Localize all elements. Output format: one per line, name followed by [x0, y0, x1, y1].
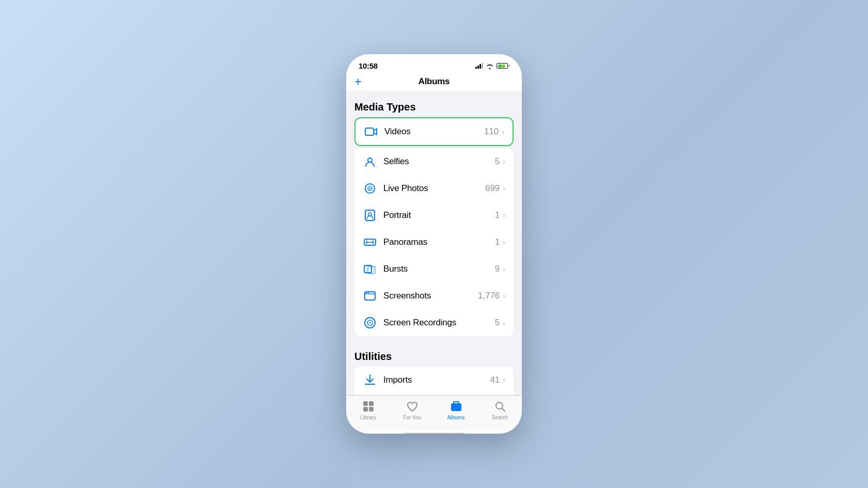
screenshots-chevron: › — [503, 292, 505, 300]
svg-rect-23 — [369, 407, 374, 412]
tab-for-you[interactable]: For You — [390, 400, 434, 420]
battery-icon: ⚡ — [497, 63, 509, 69]
for-you-tab-icon — [406, 400, 419, 413]
portrait-count: 1 — [495, 210, 500, 221]
albums-tab-label: Albums — [447, 415, 464, 420]
bursts-label: Bursts — [383, 264, 495, 274]
videos-label: Videos — [384, 127, 484, 137]
list-item-imports[interactable]: Imports 41 › — [354, 367, 514, 393]
live-photos-count: 699 — [485, 183, 500, 194]
screenshots-label: Screenshots — [383, 291, 478, 301]
svg-point-12 — [366, 292, 367, 293]
status-icons: ⚡ — [475, 63, 509, 69]
videos-icon — [364, 124, 378, 139]
list-item-portrait[interactable]: Portrait 1 › — [354, 202, 514, 229]
svg-rect-21 — [369, 401, 374, 406]
status-time: 10:58 — [359, 61, 378, 70]
tab-bar: Library For You Albums — [346, 395, 522, 431]
panoramas-count: 1 — [495, 237, 500, 247]
svg-rect-20 — [363, 401, 368, 406]
list-item-live-photos[interactable]: Live Photos 699 › — [354, 175, 514, 202]
media-types-list: Selfies 5 › Live Photos 699 › — [354, 148, 514, 336]
list-item-duplicates[interactable]: Duplicates 41 › — [354, 393, 514, 395]
content-area: Media Types Videos 110 › — [346, 91, 522, 395]
screen-recordings-count: 5 — [495, 318, 500, 328]
screen-recordings-icon — [363, 316, 377, 330]
nav-bar: + Albums — [346, 74, 522, 91]
bursts-icon — [363, 262, 377, 276]
list-item-bursts[interactable]: Bursts 9 › — [354, 256, 514, 282]
page-title: Albums — [419, 76, 450, 87]
list-item-videos[interactable]: Videos 110 › — [355, 118, 513, 145]
selfies-count: 5 — [495, 156, 500, 167]
svg-point-6 — [368, 213, 371, 216]
utilities-list: Imports 41 › Duplicates 41 › — [354, 367, 514, 395]
videos-count: 110 — [484, 127, 499, 137]
svg-rect-0 — [365, 128, 374, 135]
home-bar — [403, 433, 465, 434]
tab-library[interactable]: Library — [346, 400, 390, 420]
panoramas-icon — [363, 235, 377, 249]
add-album-button[interactable]: + — [354, 75, 362, 88]
screen-recordings-chevron: › — [503, 319, 505, 327]
list-item-screenshots[interactable]: Screenshots 1,776 › — [354, 282, 514, 309]
tab-albums[interactable]: Albums — [434, 400, 478, 420]
live-photos-chevron: › — [503, 184, 505, 193]
media-types-header: Media Types — [346, 91, 522, 117]
svg-point-1 — [368, 158, 372, 162]
portrait-icon — [363, 208, 377, 223]
svg-point-4 — [369, 188, 371, 190]
svg-point-13 — [368, 292, 369, 293]
signal-icon — [475, 63, 483, 69]
phone-frame: 10:58 ⚡ + Albums Media Typ — [346, 54, 522, 434]
imports-label: Imports — [383, 375, 490, 385]
videos-chevron: › — [502, 128, 504, 136]
list-item-screen-recordings[interactable]: Screen Recordings 5 › — [354, 309, 514, 336]
screenshots-icon — [363, 289, 377, 303]
live-photos-label: Live Photos — [383, 183, 485, 194]
selfies-label: Selfies — [383, 156, 495, 167]
imports-count: 41 — [490, 375, 500, 385]
screen-recordings-label: Screen Recordings — [383, 318, 495, 328]
svg-point-16 — [369, 322, 371, 324]
selfies-chevron: › — [503, 158, 505, 166]
albums-tab-icon — [450, 400, 463, 413]
wifi-icon — [486, 63, 494, 69]
home-indicator — [346, 431, 522, 434]
search-tab-icon — [493, 400, 507, 413]
list-item-selfies[interactable]: Selfies 5 › — [354, 148, 514, 175]
portrait-chevron: › — [503, 211, 505, 219]
bursts-count: 9 — [495, 264, 500, 274]
list-item-panoramas[interactable]: Panoramas 1 › — [354, 229, 514, 256]
selfies-icon — [363, 154, 377, 169]
panoramas-label: Panoramas — [383, 237, 495, 247]
utilities-header: Utilities — [346, 340, 522, 367]
svg-rect-24 — [451, 403, 461, 411]
svg-rect-10 — [366, 266, 374, 273]
library-tab-label: Library — [360, 415, 376, 420]
panoramas-chevron: › — [503, 238, 505, 246]
svg-rect-22 — [363, 407, 368, 412]
portrait-label: Portrait — [383, 210, 495, 221]
bursts-chevron: › — [503, 265, 505, 273]
tab-search[interactable]: Search — [478, 400, 522, 420]
search-tab-label: Search — [492, 415, 508, 420]
imports-chevron: › — [503, 376, 505, 384]
videos-highlighted-wrapper: Videos 110 › — [354, 117, 514, 146]
live-photos-icon — [363, 181, 377, 196]
for-you-tab-label: For You — [403, 415, 421, 420]
imports-icon — [363, 373, 377, 387]
library-tab-icon — [362, 400, 375, 413]
screenshots-count: 1,776 — [478, 291, 500, 301]
status-bar: 10:58 ⚡ — [346, 54, 522, 74]
